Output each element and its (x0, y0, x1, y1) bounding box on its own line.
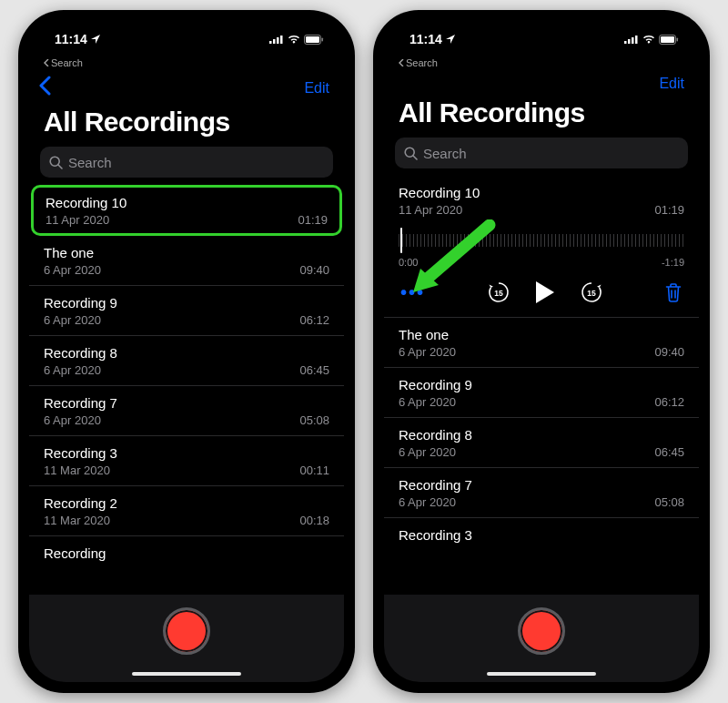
bottom-toolbar (29, 595, 344, 682)
status-bar: 11:14 (384, 21, 699, 57)
recording-date: 11 Apr 2020 (46, 213, 109, 227)
recording-duration: 00:18 (299, 514, 329, 527)
recording-name: Recording 8 (399, 427, 684, 443)
search-input[interactable]: Search (395, 138, 688, 168)
recording-name: Recording 8 (44, 345, 329, 361)
recording-date: 6 Apr 2020 (399, 395, 456, 409)
list-item[interactable]: Recording (29, 536, 344, 569)
breadcrumb[interactable]: Search (29, 57, 344, 70)
wifi-icon (642, 35, 655, 44)
recording-duration: 01:19 (298, 213, 328, 227)
battery-icon (304, 35, 324, 45)
status-time: 11:14 (55, 32, 87, 46)
time-elapsed: 0:00 (399, 257, 418, 268)
home-indicator[interactable] (487, 672, 596, 676)
list-item[interactable]: Recording 3 11 Mar 202000:11 (29, 436, 344, 486)
list-item[interactable]: Recording 7 6 Apr 202005:08 (384, 468, 699, 518)
list-item[interactable]: Recording 8 6 Apr 202006:45 (384, 418, 699, 468)
phone-left: 11:14 Search Edit All Recordings (18, 10, 355, 693)
recording-name: Recording 9 (44, 295, 329, 311)
svg-rect-9 (624, 41, 627, 44)
list-item[interactable]: The one 6 Apr 202009:40 (29, 236, 344, 286)
recording-date: 11 Mar 2020 (44, 464, 110, 477)
svg-rect-0 (269, 41, 272, 44)
recording-name: Recording 7 (44, 395, 329, 411)
recording-duration: 09:40 (654, 345, 684, 359)
search-placeholder: Search (68, 155, 112, 170)
recording-date: 11 Mar 2020 (44, 514, 110, 527)
location-icon (91, 32, 100, 46)
list-item[interactable]: Recording 8 6 Apr 202006:45 (29, 336, 344, 386)
svg-rect-1 (273, 39, 276, 44)
breadcrumb-label: Search (51, 57, 83, 68)
recording-date: 6 Apr 2020 (44, 363, 101, 377)
cellular-icon (269, 35, 284, 44)
list-item[interactable]: Recording 9 6 Apr 202006:12 (384, 368, 699, 418)
cellular-icon (624, 35, 639, 44)
list-item[interactable]: Recording 3 (384, 518, 699, 551)
status-icons (269, 35, 324, 45)
skip-back-15-button[interactable]: 15 (487, 280, 511, 304)
recording-name: Recording 10 (399, 185, 684, 200)
bottom-toolbar (384, 595, 699, 682)
search-input[interactable]: Search (40, 147, 333, 178)
svg-text:15: 15 (587, 289, 596, 298)
breadcrumb[interactable]: Search (384, 57, 699, 70)
back-button[interactable] (38, 76, 51, 101)
home-indicator[interactable] (132, 672, 241, 676)
svg-rect-12 (635, 36, 638, 44)
recording-date: 6 Apr 2020 (44, 313, 101, 327)
record-button[interactable] (163, 607, 210, 655)
search-icon (49, 156, 63, 169)
playback-scrubber[interactable] (399, 228, 684, 253)
status-bar: 11:14 (29, 21, 344, 57)
recording-date: 6 Apr 2020 (399, 445, 456, 459)
breadcrumb-label: Search (406, 57, 438, 68)
svg-rect-15 (677, 37, 679, 41)
recording-date: 11 Apr 2020 (399, 203, 462, 217)
recording-duration: 06:12 (299, 313, 329, 327)
list-item[interactable]: Recording 9 6 Apr 202006:12 (29, 286, 344, 336)
list-item[interactable]: The one 6 Apr 202009:40 (384, 318, 699, 368)
svg-rect-11 (632, 37, 634, 44)
skip-forward-15-button[interactable]: 15 (580, 280, 603, 304)
recording-name: Recording 3 (399, 527, 684, 543)
svg-rect-6 (322, 37, 324, 41)
list-item-expanded[interactable]: Recording 10 11 Apr 202001:19 0:00 -1:19… (384, 176, 699, 318)
wifi-icon (288, 35, 300, 44)
list-item[interactable]: Recording 2 11 Mar 202000:18 (29, 486, 344, 536)
record-button[interactable] (518, 607, 565, 655)
svg-rect-3 (280, 36, 283, 44)
recording-duration: 06:12 (654, 395, 684, 409)
recording-duration: 09:40 (299, 263, 329, 277)
recording-date: 6 Apr 2020 (44, 413, 101, 427)
list-item[interactable]: Recording 7 6 Apr 202005:08 (29, 386, 344, 436)
recording-duration: 06:45 (654, 445, 684, 459)
edit-button[interactable]: Edit (304, 80, 329, 97)
recording-name: Recording 9 (399, 377, 684, 392)
recording-duration: 05:08 (299, 413, 329, 427)
svg-rect-2 (277, 37, 279, 44)
recording-duration: 05:08 (654, 495, 684, 509)
location-icon (446, 32, 455, 46)
list-item[interactable]: Recording 10 11 Apr 202001:19 (31, 185, 342, 236)
recording-name: Recording 2 (44, 495, 329, 511)
recordings-list: Recording 10 11 Apr 202001:19 0:00 -1:19… (384, 176, 699, 551)
recording-name: The one (44, 245, 329, 260)
battery-icon (659, 35, 679, 45)
svg-rect-14 (661, 36, 674, 43)
recordings-list: Recording 10 11 Apr 202001:19 The one 6 … (29, 185, 344, 569)
svg-line-8 (58, 165, 62, 168)
phone-right: 11:14 Search Edit All Recordings Search (373, 10, 710, 693)
status-icons (624, 35, 679, 45)
delete-button[interactable] (664, 282, 682, 302)
recording-name: The one (399, 327, 684, 342)
recording-name: Recording 7 (399, 477, 684, 493)
search-placeholder: Search (423, 146, 467, 161)
play-button[interactable] (534, 280, 556, 304)
page-title: All Recordings (29, 105, 344, 147)
status-time: 11:14 (410, 32, 442, 46)
more-options-button[interactable]: ••• (400, 282, 425, 303)
edit-button[interactable]: Edit (659, 76, 684, 92)
search-icon (404, 147, 418, 160)
